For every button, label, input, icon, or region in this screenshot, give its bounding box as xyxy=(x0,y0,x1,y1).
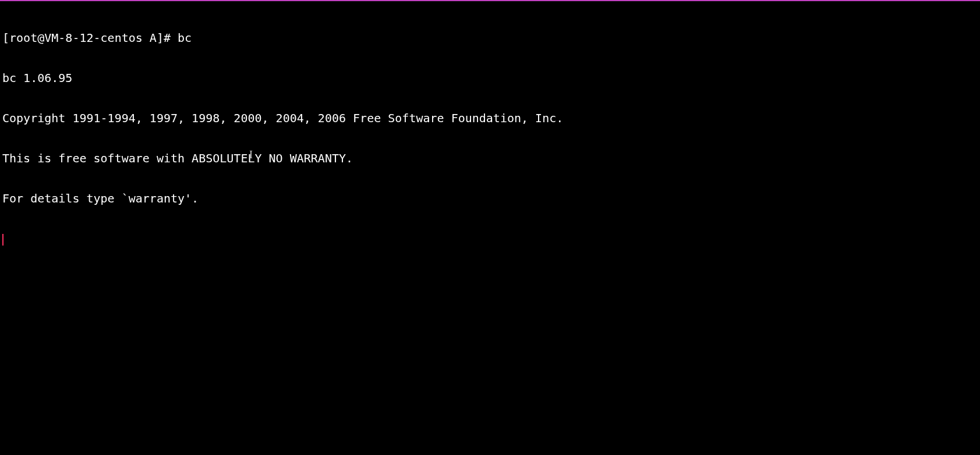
terminal-line: bc 1.06.95 xyxy=(2,72,978,85)
cursor-icon xyxy=(2,234,3,246)
terminal-line: Copyright 1991-1994, 1997, 1998, 2000, 2… xyxy=(2,112,978,125)
terminal-window[interactable]: [root@VM-8-12-centos A]# bc bc 1.06.95 C… xyxy=(0,0,980,455)
terminal-line: [root@VM-8-12-centos A]# bc xyxy=(2,31,978,45)
terminal-input-line[interactable] xyxy=(2,232,978,246)
terminal-line: For details type `warranty'. xyxy=(2,192,978,205)
terminal-line: This is free software with ABSOLUTELY NO… xyxy=(2,152,978,165)
